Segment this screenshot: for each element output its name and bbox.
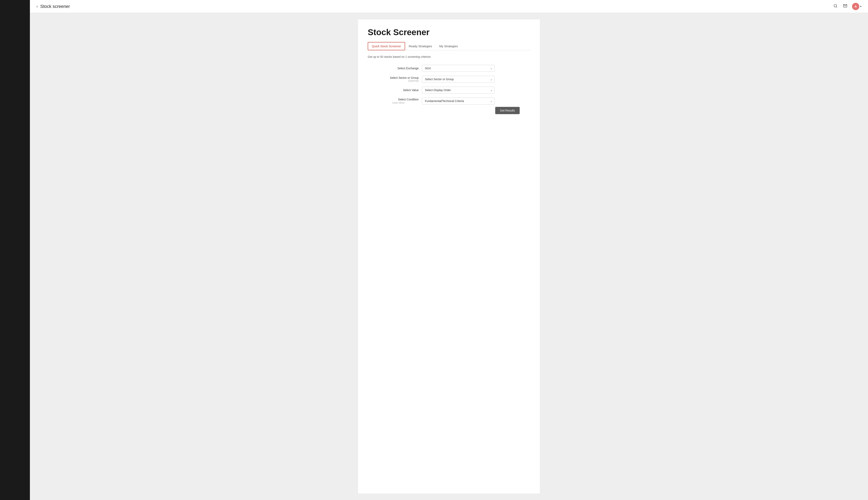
back-button[interactable]: ‹ (36, 4, 38, 9)
condition-label: Select Condition Learn More (378, 98, 419, 104)
tab-ready-strategies[interactable]: Ready Strategies (405, 43, 436, 50)
sector-optional-text: (Optional) (378, 79, 419, 82)
content-card: Stock Screener Quick Stock Screener Read… (358, 19, 540, 493)
left-sidebar (0, 0, 30, 500)
tabs-container: Quick Stock Screener Ready Strategies My… (368, 42, 530, 50)
main-content: Stock Screener Quick Stock Screener Read… (30, 13, 868, 500)
exchange-select[interactable]: SGX NYSE NASDAQ LSE HKEx (422, 65, 495, 72)
learn-more-link[interactable]: Learn More (378, 101, 419, 104)
sector-row: Select Sector or Group (Optional) Select… (378, 76, 520, 83)
sector-select-wrapper: Select Sector or Group Technology Financ… (422, 76, 495, 83)
exchange-control: SGX NYSE NASDAQ LSE HKEx ⌄ (422, 65, 495, 72)
back-icon: ‹ (36, 4, 38, 9)
condition-control: Fundamental/Technical Criteria Price > 2… (422, 98, 495, 104)
svg-line-1 (836, 7, 837, 8)
sector-label: Select Sector or Group (Optional) (378, 76, 419, 82)
exchange-select-wrapper: SGX NYSE NASDAQ LSE HKEx ⌄ (422, 65, 495, 72)
screener-description: Get up to 50 stocks based on 1 screening… (368, 55, 530, 58)
mail-button[interactable] (842, 3, 848, 10)
value-select-wrapper: Select Display Order Price Market Cap P/… (422, 87, 495, 93)
sector-select[interactable]: Select Sector or Group Technology Financ… (422, 76, 495, 83)
value-select[interactable]: Select Display Order Price Market Cap P/… (422, 87, 495, 93)
screener-form: Select Exchange SGX NYSE NASDAQ LSE HKEx… (378, 65, 520, 104)
condition-row: Select Condition Learn More Fundamental/… (378, 98, 520, 104)
tab-quick-stock-screener[interactable]: Quick Stock Screener (368, 42, 405, 50)
sector-label-text: Select Sector or Group (390, 76, 419, 79)
get-results-button[interactable]: Get Results (495, 107, 520, 114)
top-nav: ‹ Stock screener A ▾ (30, 0, 868, 13)
user-menu[interactable]: A ▾ (852, 3, 861, 10)
value-control: Select Display Order Price Market Cap P/… (422, 87, 495, 93)
condition-select[interactable]: Fundamental/Technical Criteria Price > 2… (422, 98, 495, 104)
mail-icon (843, 4, 847, 9)
exchange-row: Select Exchange SGX NYSE NASDAQ LSE HKEx… (378, 65, 520, 72)
page-title: Stock Screener (368, 27, 530, 37)
search-button[interactable] (833, 3, 838, 10)
exchange-label: Select Exchange (378, 67, 419, 70)
tab-my-strategies[interactable]: My Strategies (436, 43, 461, 50)
sector-control: Select Sector or Group Technology Financ… (422, 76, 495, 83)
condition-select-wrapper: Fundamental/Technical Criteria Price > 2… (422, 98, 495, 104)
avatar: A (852, 3, 859, 10)
value-row: Select Value Select Display Order Price … (378, 87, 520, 93)
search-icon (833, 4, 837, 9)
nav-right: A ▾ (833, 3, 861, 10)
avatar-chevron-icon: ▾ (860, 5, 861, 8)
condition-label-text: Select Condition (398, 98, 419, 101)
nav-left: ‹ Stock screener (36, 4, 833, 9)
submit-row: Get Results (378, 107, 520, 114)
page-nav-title: Stock screener (40, 4, 70, 9)
value-label: Select Value (378, 89, 419, 92)
